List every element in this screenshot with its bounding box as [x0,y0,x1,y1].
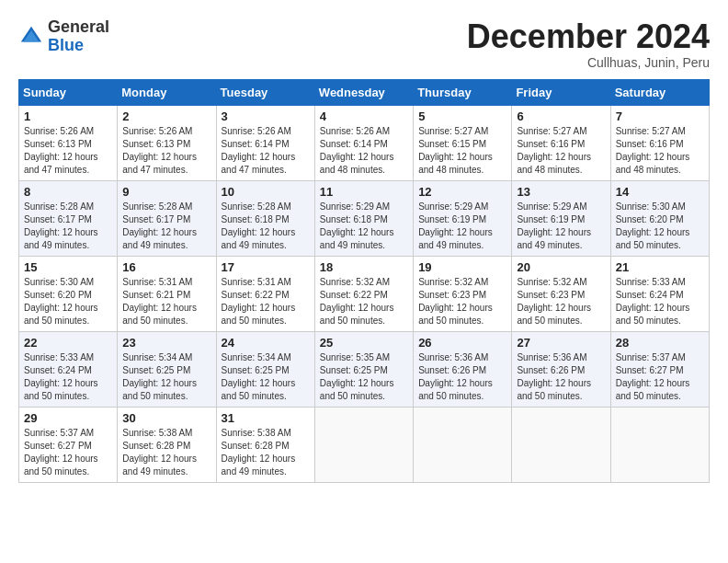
calendar-cell: 28Sunrise: 5:37 AM Sunset: 6:27 PM Dayli… [610,331,709,407]
calendar-cell: 29Sunrise: 5:37 AM Sunset: 6:27 PM Dayli… [19,407,118,482]
calendar-cell: 6Sunrise: 5:27 AM Sunset: 6:16 PM Daylig… [512,105,610,180]
day-number: 24 [222,336,310,350]
day-number: 28 [616,336,704,350]
day-info: Sunrise: 5:26 AM Sunset: 6:13 PM Dayligh… [24,125,112,177]
day-info: Sunrise: 5:36 AM Sunset: 6:26 PM Dayligh… [517,351,605,403]
weekday-header-saturday: Saturday [610,79,709,105]
calendar-table: SundayMondayTuesdayWednesdayThursdayFrid… [18,79,710,483]
day-info: Sunrise: 5:29 AM Sunset: 6:19 PM Dayligh… [418,201,506,252]
day-number: 30 [122,411,210,425]
calendar-week-5: 29Sunrise: 5:37 AM Sunset: 6:27 PM Dayli… [19,407,710,482]
day-number: 31 [222,411,310,425]
day-info: Sunrise: 5:26 AM Sunset: 6:14 PM Dayligh… [320,125,408,177]
day-info: Sunrise: 5:31 AM Sunset: 6:22 PM Dayligh… [222,276,310,327]
calendar-cell: 26Sunrise: 5:36 AM Sunset: 6:26 PM Dayli… [414,331,512,407]
calendar-cell: 16Sunrise: 5:31 AM Sunset: 6:21 PM Dayli… [118,256,216,331]
day-number: 22 [24,336,112,350]
calendar-cell: 31Sunrise: 5:38 AM Sunset: 6:28 PM Dayli… [216,407,314,482]
day-info: Sunrise: 5:34 AM Sunset: 6:25 PM Dayligh… [122,351,210,403]
weekday-header-tuesday: Tuesday [216,79,314,105]
day-info: Sunrise: 5:28 AM Sunset: 6:18 PM Dayligh… [222,201,310,252]
day-info: Sunrise: 5:26 AM Sunset: 6:13 PM Dayligh… [122,125,210,177]
calendar-cell: 22Sunrise: 5:33 AM Sunset: 6:24 PM Dayli… [19,331,118,407]
day-info: Sunrise: 5:31 AM Sunset: 6:21 PM Dayligh… [122,276,210,327]
day-number: 4 [320,109,408,123]
weekday-header-sunday: Sunday [19,79,118,105]
calendar-cell: 11Sunrise: 5:29 AM Sunset: 6:18 PM Dayli… [314,180,413,256]
calendar-cell: 3Sunrise: 5:26 AM Sunset: 6:14 PM Daylig… [216,105,314,180]
calendar-cell: 7Sunrise: 5:27 AM Sunset: 6:16 PM Daylig… [610,105,709,180]
calendar-cell: 8Sunrise: 5:28 AM Sunset: 6:17 PM Daylig… [19,180,118,256]
day-info: Sunrise: 5:26 AM Sunset: 6:14 PM Dayligh… [222,125,310,177]
day-number: 11 [320,185,408,199]
day-number: 12 [418,185,506,199]
weekday-header-monday: Monday [118,79,216,105]
calendar-cell: 9Sunrise: 5:28 AM Sunset: 6:17 PM Daylig… [118,180,216,256]
day-info: Sunrise: 5:32 AM Sunset: 6:22 PM Dayligh… [320,276,408,327]
day-number: 17 [222,260,310,274]
day-number: 6 [517,109,605,123]
day-info: Sunrise: 5:35 AM Sunset: 6:25 PM Dayligh… [320,351,408,403]
calendar-cell: 10Sunrise: 5:28 AM Sunset: 6:18 PM Dayli… [216,180,314,256]
calendar-cell: 14Sunrise: 5:30 AM Sunset: 6:20 PM Dayli… [610,180,709,256]
day-info: Sunrise: 5:30 AM Sunset: 6:20 PM Dayligh… [24,276,112,327]
calendar-cell [314,407,413,482]
calendar-cell [414,407,512,482]
calendar-cell: 19Sunrise: 5:32 AM Sunset: 6:23 PM Dayli… [414,256,512,331]
calendar-week-1: 1Sunrise: 5:26 AM Sunset: 6:13 PM Daylig… [19,105,710,180]
weekday-header-friday: Friday [512,79,610,105]
logo-icon [18,24,44,50]
day-info: Sunrise: 5:32 AM Sunset: 6:23 PM Dayligh… [418,276,506,327]
day-number: 29 [24,411,112,425]
calendar-week-4: 22Sunrise: 5:33 AM Sunset: 6:24 PM Dayli… [19,331,710,407]
day-info: Sunrise: 5:29 AM Sunset: 6:18 PM Dayligh… [320,201,408,252]
day-info: Sunrise: 5:28 AM Sunset: 6:17 PM Dayligh… [122,201,210,252]
calendar-cell: 25Sunrise: 5:35 AM Sunset: 6:25 PM Dayli… [314,331,413,407]
calendar-cell [610,407,709,482]
day-number: 3 [222,109,310,123]
calendar-week-3: 15Sunrise: 5:30 AM Sunset: 6:20 PM Dayli… [19,256,710,331]
day-info: Sunrise: 5:27 AM Sunset: 6:16 PM Dayligh… [517,125,605,177]
day-number: 8 [24,185,112,199]
calendar-cell: 21Sunrise: 5:33 AM Sunset: 6:24 PM Dayli… [610,256,709,331]
calendar-week-2: 8Sunrise: 5:28 AM Sunset: 6:17 PM Daylig… [19,180,710,256]
day-number: 23 [122,336,210,350]
day-info: Sunrise: 5:29 AM Sunset: 6:19 PM Dayligh… [517,201,605,252]
day-info: Sunrise: 5:34 AM Sunset: 6:25 PM Dayligh… [222,351,310,403]
day-number: 21 [616,260,704,274]
calendar-cell: 4Sunrise: 5:26 AM Sunset: 6:14 PM Daylig… [314,105,413,180]
weekday-header-row: SundayMondayTuesdayWednesdayThursdayFrid… [19,79,710,105]
day-number: 20 [517,260,605,274]
calendar-cell: 15Sunrise: 5:30 AM Sunset: 6:20 PM Dayli… [19,256,118,331]
calendar-cell [512,407,610,482]
weekday-header-wednesday: Wednesday [314,79,413,105]
calendar-cell: 5Sunrise: 5:27 AM Sunset: 6:15 PM Daylig… [414,105,512,180]
day-info: Sunrise: 5:33 AM Sunset: 6:24 PM Dayligh… [24,351,112,403]
day-number: 13 [517,185,605,199]
day-number: 19 [418,260,506,274]
calendar-cell: 27Sunrise: 5:36 AM Sunset: 6:26 PM Dayli… [512,331,610,407]
day-info: Sunrise: 5:27 AM Sunset: 6:15 PM Dayligh… [418,125,506,177]
calendar-cell: 30Sunrise: 5:38 AM Sunset: 6:28 PM Dayli… [118,407,216,482]
calendar-cell: 20Sunrise: 5:32 AM Sunset: 6:23 PM Dayli… [512,256,610,331]
day-info: Sunrise: 5:28 AM Sunset: 6:17 PM Dayligh… [24,201,112,252]
calendar-cell: 17Sunrise: 5:31 AM Sunset: 6:22 PM Dayli… [216,256,314,331]
calendar-cell: 24Sunrise: 5:34 AM Sunset: 6:25 PM Dayli… [216,331,314,407]
page-header: General Blue December 2024 Cullhuas, Jun… [18,18,710,70]
day-info: Sunrise: 5:33 AM Sunset: 6:24 PM Dayligh… [616,276,704,327]
day-info: Sunrise: 5:32 AM Sunset: 6:23 PM Dayligh… [517,276,605,327]
title-area: December 2024 Cullhuas, Junin, Peru [467,18,710,70]
month-title: December 2024 [467,18,710,55]
day-number: 18 [320,260,408,274]
calendar-cell: 18Sunrise: 5:32 AM Sunset: 6:22 PM Dayli… [314,256,413,331]
day-number: 14 [616,185,704,199]
day-info: Sunrise: 5:27 AM Sunset: 6:16 PM Dayligh… [616,125,704,177]
day-number: 26 [418,336,506,350]
day-info: Sunrise: 5:37 AM Sunset: 6:27 PM Dayligh… [24,427,112,478]
weekday-header-thursday: Thursday [414,79,512,105]
calendar-cell: 2Sunrise: 5:26 AM Sunset: 6:13 PM Daylig… [118,105,216,180]
day-info: Sunrise: 5:38 AM Sunset: 6:28 PM Dayligh… [222,427,310,478]
calendar-body: 1Sunrise: 5:26 AM Sunset: 6:13 PM Daylig… [19,105,710,482]
calendar-cell: 12Sunrise: 5:29 AM Sunset: 6:19 PM Dayli… [414,180,512,256]
day-number: 9 [122,185,210,199]
